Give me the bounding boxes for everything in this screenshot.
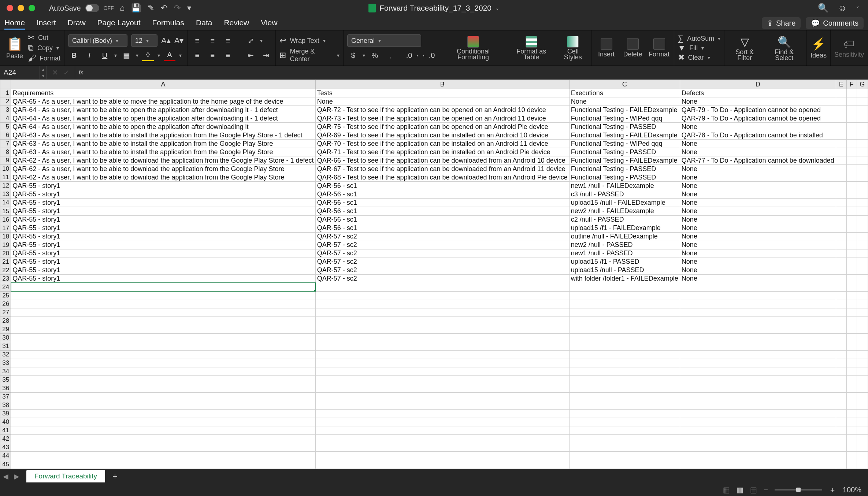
cell-E34[interactable] xyxy=(836,367,846,376)
cell-C21[interactable]: upload15 /f1 - PASSED xyxy=(569,258,680,266)
insert-cells-button[interactable]: Insert xyxy=(596,38,617,58)
cell-D33[interactable] xyxy=(680,359,836,367)
number-format-select[interactable]: General▾ xyxy=(347,34,421,47)
cell-D9[interactable]: QAR-77 - To Do - Application cannot be d… xyxy=(680,156,836,165)
zoom-level[interactable]: 100% xyxy=(843,486,861,494)
cell-G31[interactable] xyxy=(857,342,868,350)
cell-A23[interactable]: QAR-55 - story1 xyxy=(11,274,315,283)
cell-G24[interactable] xyxy=(857,283,868,291)
cell-B4[interactable]: QAR-73 - Test to see if the application … xyxy=(315,114,569,123)
cell-A22[interactable]: QAR-55 - story1 xyxy=(11,266,315,274)
wrap-text-button[interactable]: ↩Wrap Text▾ xyxy=(279,33,340,48)
cell-B28[interactable] xyxy=(315,317,569,325)
cell-G18[interactable] xyxy=(857,232,868,241)
accept-formula-icon[interactable]: ✓ xyxy=(63,68,70,77)
cell-G39[interactable] xyxy=(857,410,868,418)
format-as-table-button[interactable]: Format as Table xyxy=(509,36,554,60)
cell-F44[interactable] xyxy=(846,452,857,460)
cell-E32[interactable] xyxy=(836,351,846,359)
cell-C22[interactable]: upload15 /null - PASSED xyxy=(569,266,680,274)
cell-D40[interactable] xyxy=(680,418,836,426)
cell-B42[interactable] xyxy=(315,435,569,443)
cell-G33[interactable] xyxy=(857,359,868,367)
ideas-button[interactable]: ⚡ Ideas xyxy=(807,30,831,66)
row-header-10[interactable]: 10 xyxy=(0,165,11,173)
cell-C38[interactable] xyxy=(569,401,680,410)
decrease-font-icon[interactable]: A▾ xyxy=(174,36,184,45)
cell-E23[interactable] xyxy=(836,274,846,283)
page-layout-view-icon[interactable]: ▥ xyxy=(737,485,743,494)
cell-D35[interactable] xyxy=(680,376,836,384)
cell-G44[interactable] xyxy=(857,452,868,460)
cell-F39[interactable] xyxy=(846,410,857,418)
cell-B30[interactable] xyxy=(315,333,569,342)
cell-G37[interactable] xyxy=(857,393,868,401)
cell-G20[interactable] xyxy=(857,249,868,258)
cell-E28[interactable] xyxy=(836,317,846,325)
cell-A5[interactable]: QAR-64 - As a user, I want to be able to… xyxy=(11,123,315,131)
cell-F11[interactable] xyxy=(846,173,857,182)
cell-E24[interactable] xyxy=(836,283,846,291)
cell-E4[interactable] xyxy=(836,114,846,123)
cell-F25[interactable] xyxy=(846,291,857,300)
cell-D14[interactable]: None xyxy=(680,199,836,207)
cell-D29[interactable] xyxy=(680,325,836,333)
cell-E15[interactable] xyxy=(836,207,846,215)
cell-B15[interactable]: QAR-56 - sc1 xyxy=(315,207,569,215)
cell-E16[interactable] xyxy=(836,215,846,224)
cell-F1[interactable] xyxy=(846,89,857,97)
column-header-C[interactable]: C xyxy=(569,80,680,89)
cell-B33[interactable] xyxy=(315,359,569,367)
cell-A45[interactable] xyxy=(11,460,315,469)
cell-G26[interactable] xyxy=(857,300,868,308)
next-sheet-button[interactable]: ▶ xyxy=(11,472,22,481)
orientation-icon[interactable]: ⤢ xyxy=(245,36,256,46)
copy-button[interactable]: ⧉Copy▾ xyxy=(28,43,60,53)
cell-A34[interactable] xyxy=(11,367,315,376)
row-header-24[interactable]: 24 xyxy=(0,283,11,291)
cell-A3[interactable]: QAR-64 - As a user, I want to be able to… xyxy=(11,106,315,114)
cell-A19[interactable]: QAR-55 - story1 xyxy=(11,241,315,249)
cell-D37[interactable] xyxy=(680,393,836,401)
cell-E31[interactable] xyxy=(836,342,846,350)
cell-C37[interactable] xyxy=(569,393,680,401)
cell-D5[interactable]: None xyxy=(680,123,836,131)
cell-F6[interactable] xyxy=(846,131,857,140)
cell-E5[interactable] xyxy=(836,123,846,131)
cell-B34[interactable] xyxy=(315,367,569,376)
percent-icon[interactable]: % xyxy=(369,50,381,60)
chevron-down-icon[interactable]: ▾ xyxy=(363,52,365,58)
cell-D16[interactable]: None xyxy=(680,215,836,224)
cell-F40[interactable] xyxy=(846,418,857,426)
row-header-16[interactable]: 16 xyxy=(0,215,11,224)
cell-G38[interactable] xyxy=(857,401,868,410)
cell-D7[interactable]: None xyxy=(680,140,836,148)
name-box-spinner[interactable]: ▲▼ xyxy=(40,66,47,79)
cell-C43[interactable] xyxy=(569,443,680,452)
sensitivity-button[interactable]: 🏷 Sensitivity xyxy=(831,30,868,66)
zoom-slider[interactable] xyxy=(775,489,822,491)
cell-F15[interactable] xyxy=(846,207,857,215)
cell-C8[interactable]: Functional Testing - PASSED xyxy=(569,148,680,156)
cell-A37[interactable] xyxy=(11,393,315,401)
cell-C20[interactable]: new1 /null - PASSED xyxy=(569,249,680,258)
home-icon[interactable]: ⌂ xyxy=(120,3,125,13)
cell-B19[interactable]: QAR-57 - sc2 xyxy=(315,241,569,249)
cell-F29[interactable] xyxy=(846,325,857,333)
cell-C31[interactable] xyxy=(569,342,680,350)
normal-view-icon[interactable]: ▦ xyxy=(723,485,730,494)
cell-D23[interactable]: None xyxy=(680,274,836,283)
document-title[interactable]: Forward Traceability_17_3_2020 ⌄ xyxy=(368,4,500,12)
cell-D31[interactable] xyxy=(680,342,836,350)
cell-A6[interactable]: QAR-63 - As a user, I want to be able to… xyxy=(11,131,315,140)
italic-button[interactable]: I xyxy=(84,50,95,60)
comments-button[interactable]: 💬Comments xyxy=(806,17,864,29)
cell-F31[interactable] xyxy=(846,342,857,350)
cell-E35[interactable] xyxy=(836,376,846,384)
cell-B9[interactable]: QAR-66 - Test to see if the application … xyxy=(315,156,569,165)
cell-F43[interactable] xyxy=(846,443,857,452)
cell-B29[interactable] xyxy=(315,325,569,333)
cell-D27[interactable] xyxy=(680,308,836,317)
row-header-41[interactable]: 41 xyxy=(0,426,11,435)
font-color-button[interactable]: A xyxy=(164,50,175,61)
